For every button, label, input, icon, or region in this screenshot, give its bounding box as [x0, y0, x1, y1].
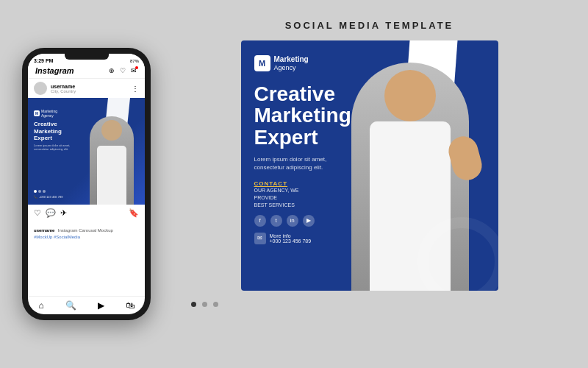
post-text-overlay: M MarketingAgency Creative Marketing Exp… [34, 109, 78, 151]
phone-bottom-nav: ⌂ 🔍 ▶ 🛍 [28, 296, 145, 314]
bookmark-icon[interactable]: 🔖 [129, 208, 139, 218]
card-heading: Creative Marketing Expert [254, 83, 383, 148]
service-text: OUR AGENCY, WE PROVIDE BEST SERVICES [254, 187, 383, 208]
card-phone-text: More info +000 123 456 789 [270, 233, 312, 244]
shop-nav-icon[interactable]: 🛍 [126, 300, 135, 311]
card-brand-text: Marketing Agency [274, 55, 309, 72]
post-header: username City, Country ⋮ [28, 79, 145, 98]
nav-dot-2[interactable] [202, 302, 207, 307]
share-icon[interactable]: ✈ [60, 208, 67, 218]
post-description-small: Lorem ipsum dolor sit amet, consectetur … [34, 144, 78, 151]
card-content: M Marketing Agency Creative Marketing Ex… [254, 55, 383, 244]
card-brand-icon: M [254, 55, 270, 71]
phone-notch [65, 54, 109, 60]
post-title: Creative Marketing Expert [34, 121, 78, 142]
post-blue-bg: M MarketingAgency Creative Marketing Exp… [28, 98, 145, 205]
caption-hashtags: #MockUp #SocialMedia [34, 235, 139, 239]
phone-screen: 3:29 PM 87% Instagram ⊕ ♡ ✉ [28, 54, 145, 314]
post-avatar [34, 82, 47, 95]
card-phone-icon: ✉ [254, 233, 266, 244]
bottom-dots [173, 291, 566, 307]
linkedin-icon[interactable]: in [287, 215, 298, 227]
post-image: M MarketingAgency Creative Marketing Exp… [28, 98, 145, 205]
heart-icon[interactable]: ♡ [119, 67, 126, 74]
card-flower-decoration [417, 217, 498, 291]
twitter-icon[interactable]: t [270, 215, 282, 227]
post-caption: username Instagram Carousal Mockup #Mock… [28, 222, 145, 242]
instagram-logo: Instagram [35, 66, 74, 75]
post-brand-icon: M [34, 110, 40, 116]
nav-dot-1[interactable] [191, 302, 196, 307]
youtube-icon[interactable]: ▶ [303, 215, 315, 227]
post-location: City, Country [51, 89, 128, 93]
messages-icon[interactable]: ✉ [130, 67, 137, 74]
search-nav-icon[interactable]: 🔍 [65, 300, 76, 311]
template-title: SOCIAL MEDIA TEMPLATE [285, 20, 454, 31]
caption-username: username [34, 228, 54, 233]
battery-indicator: 87% [130, 59, 139, 63]
template-title-area: SOCIAL MEDIA TEMPLATE [173, 18, 566, 32]
card-contact: CONTACT OUR AGENCY, WE PROVIDE BEST SERV… [254, 180, 383, 208]
phone-time: 3:29 PM [34, 58, 53, 63]
post-user-info: username City, Country [51, 84, 128, 93]
post-brand: M MarketingAgency [34, 109, 78, 118]
phone-mockup: 3:29 PM 87% Instagram ⊕ ♡ ✉ [22, 48, 151, 320]
card-phone-row: ✉ More info +000 123 456 789 [254, 233, 383, 244]
nav-dot-3[interactable] [213, 302, 218, 307]
post-brand-name: MarketingAgency [41, 109, 57, 118]
post-info-small: 📞 +000 123 456 789 [34, 190, 62, 199]
post-more-button[interactable]: ⋮ [132, 85, 139, 93]
post-person [86, 98, 137, 205]
page-wrapper: 3:29 PM 87% Instagram ⊕ ♡ ✉ [0, 0, 588, 368]
caption-title: Instagram Carousal Mockup [58, 228, 113, 233]
facebook-icon[interactable]: f [254, 215, 266, 227]
post-phone-info: 📞 +000 123 456 789 [34, 195, 62, 199]
comment-icon[interactable]: 💬 [46, 208, 56, 218]
like-icon[interactable]: ♡ [34, 208, 41, 218]
card-social-icons: f t in ▶ [254, 215, 383, 227]
card-brand: M Marketing Agency [254, 55, 383, 72]
home-nav-icon[interactable]: ⌂ [38, 300, 43, 311]
right-panel: SOCIAL MEDIA TEMPLATE M [173, 15, 566, 353]
social-card: M Marketing Agency Creative Marketing Ex… [241, 40, 498, 291]
post-username: username [51, 84, 128, 89]
add-post-icon[interactable]: ⊕ [108, 67, 115, 74]
card-description: Lorem ipsum dolor sit amet, consectetur … [254, 155, 357, 171]
post-actions: ♡ 💬 ✈ 🔖 [28, 205, 145, 222]
contact-label: CONTACT [254, 180, 383, 187]
reels-nav-icon[interactable]: ▶ [98, 300, 104, 311]
